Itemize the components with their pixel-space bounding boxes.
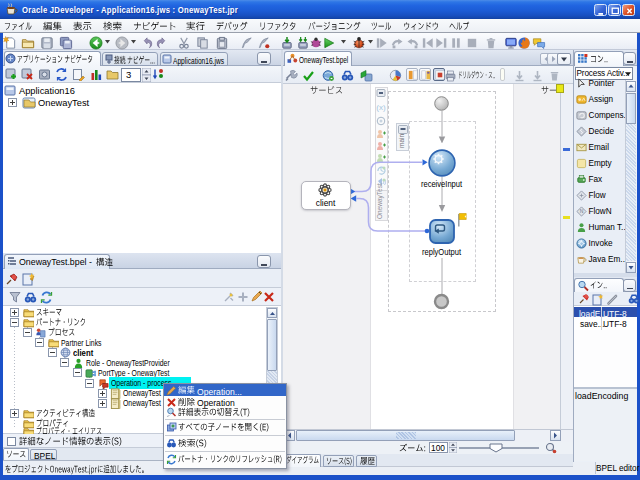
- svg-text:N: N: [580, 208, 584, 214]
